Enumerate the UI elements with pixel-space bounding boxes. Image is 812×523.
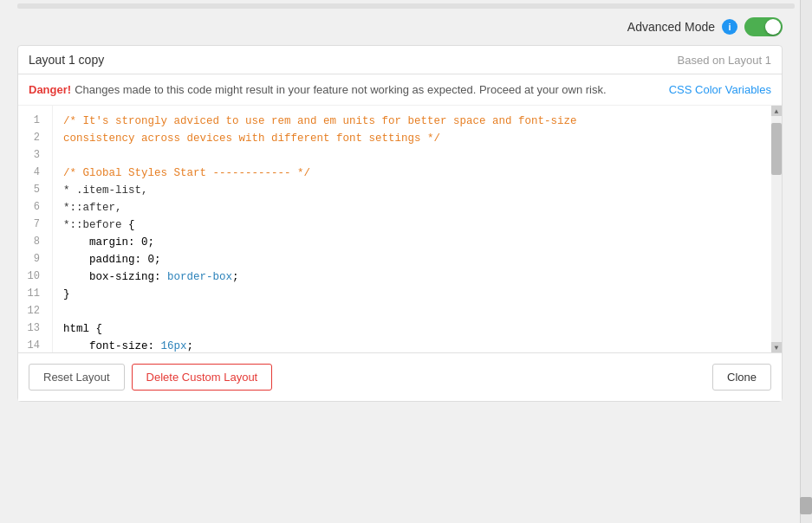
line-num-9: 9 <box>18 251 45 268</box>
button-bar: Reset Layout Delete Custom Layout Clone <box>18 352 782 401</box>
code-line-9: padding: 0; <box>63 251 761 268</box>
code-line-2: consistency across devices with differen… <box>63 130 761 147</box>
code-lines[interactable]: /* It's strongly adviced to use rem and … <box>53 106 771 352</box>
scroll-thumb[interactable] <box>771 123 782 175</box>
line-num-4: 4 <box>18 165 45 182</box>
line-numbers: 1 2 3 4 5 6 7 8 9 10 11 12 13 14 <box>18 106 53 352</box>
code-content: 1 2 3 4 5 6 7 8 9 10 11 12 13 14 <box>18 106 782 352</box>
scroll-up-arrow[interactable]: ▲ <box>771 106 782 116</box>
css-color-variables-link[interactable]: CSS Color Variables <box>669 83 771 96</box>
code-line-8: margin: 0; <box>63 234 761 251</box>
code-scrollbar[interactable]: ▲ ▼ <box>771 106 782 352</box>
delete-custom-layout-button[interactable]: Delete Custom Layout <box>132 364 273 391</box>
advanced-mode-label: Advanced Mode <box>627 20 715 34</box>
line-num-7: 7 <box>18 216 45 234</box>
code-line-14: font-size: 16px; <box>63 338 761 352</box>
outer-scrollbar[interactable] <box>800 0 812 523</box>
code-line-4: /* Global Styles Start ------------ */ <box>63 165 761 182</box>
advanced-mode-toggle[interactable] <box>744 17 783 36</box>
code-line-10: box-sizing: border-box; <box>63 268 761 286</box>
editor-card: Based on Layout 1 Danger! Changes made t… <box>17 45 783 402</box>
page-wrapper: Advanced Mode i Based on Layout 1 Danger… <box>0 0 812 523</box>
line-num-13: 13 <box>18 320 45 338</box>
line-num-1: 1 <box>18 113 45 130</box>
based-on-label: Based on Layout 1 <box>678 54 771 67</box>
line-num-2: 2 <box>18 130 45 147</box>
clone-button[interactable]: Clone <box>712 364 771 391</box>
advanced-mode-row: Advanced Mode i <box>17 9 783 45</box>
layout-name-input[interactable] <box>29 53 678 67</box>
outer-scrollbar-thumb[interactable] <box>800 497 812 514</box>
code-line-3 <box>63 147 761 165</box>
code-line-5: * .item-list, <box>63 182 761 199</box>
code-line-1: /* It's strongly adviced to use rem and … <box>63 113 761 130</box>
button-bar-left: Reset Layout Delete Custom Layout <box>29 364 272 391</box>
info-icon[interactable]: i <box>722 19 737 35</box>
line-num-10: 10 <box>18 268 45 286</box>
line-num-5: 5 <box>18 182 45 199</box>
line-num-8: 8 <box>18 234 45 251</box>
code-line-6: *::after, <box>63 199 761 216</box>
code-line-13: html { <box>63 320 761 338</box>
code-line-11: } <box>63 286 761 303</box>
line-num-6: 6 <box>18 199 45 216</box>
reset-layout-button[interactable]: Reset Layout <box>29 364 125 391</box>
danger-notice: Danger! Changes made to this code might … <box>18 74 782 106</box>
line-num-11: 11 <box>18 286 45 303</box>
scroll-down-arrow[interactable]: ▼ <box>771 342 782 352</box>
layout-name-bar: Based on Layout 1 <box>18 46 782 74</box>
line-num-14: 14 <box>18 338 45 352</box>
line-num-12: 12 <box>18 303 45 320</box>
code-line-7: *::before { <box>63 216 761 234</box>
danger-text: Danger! Changes made to this code might … <box>29 83 607 96</box>
code-editor: 1 2 3 4 5 6 7 8 9 10 11 12 13 14 <box>18 106 782 352</box>
danger-message: Changes made to this code might result i… <box>75 83 607 96</box>
content-area: Advanced Mode i Based on Layout 1 Danger… <box>0 9 800 402</box>
line-num-3: 3 <box>18 147 45 165</box>
danger-label: Danger! <box>29 83 71 96</box>
code-line-12 <box>63 303 761 320</box>
